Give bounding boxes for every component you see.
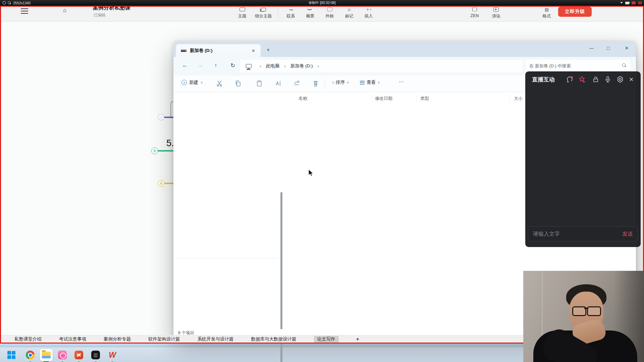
column-size[interactable]: 大小 bbox=[514, 96, 523, 102]
sheet-tab-item[interactable]: 考试注意事项 bbox=[59, 336, 86, 342]
collapsed-count-badge-yellow[interactable]: 6 bbox=[158, 180, 165, 187]
tool-label: 演说 bbox=[492, 13, 500, 19]
sheet-tab-item[interactable]: 私塾课堂介绍 bbox=[14, 336, 42, 342]
format-icon: ▤ bbox=[545, 6, 549, 12]
cut-icon[interactable] bbox=[216, 80, 223, 87]
copy-icon[interactable] bbox=[234, 80, 242, 87]
chat-close-icon[interactable]: ✕ bbox=[629, 76, 634, 83]
recording-status: 录制中 [00:32:08] bbox=[0, 1, 644, 5]
column-date[interactable]: 修改日期 bbox=[375, 96, 392, 102]
taskbar-wps[interactable]: W bbox=[106, 349, 119, 361]
taskbar-red-app[interactable] bbox=[72, 349, 85, 361]
delete-icon[interactable] bbox=[312, 80, 319, 87]
microphone-icon[interactable] bbox=[604, 76, 611, 83]
explorer-tab[interactable]: 新加卷 (D:) ✕ bbox=[176, 44, 261, 57]
lock-icon[interactable] bbox=[592, 76, 599, 83]
sort-button[interactable]: ↑↓ 排序 ∨ bbox=[332, 79, 349, 85]
view-button[interactable]: 查看 ∨ bbox=[360, 79, 380, 85]
breadcrumb[interactable]: › 此电脑 › 新加卷 (D:) › bbox=[240, 60, 523, 72]
new-button[interactable]: ＋ 新建 ∨ bbox=[181, 79, 203, 85]
breadcrumb-this-pc[interactable]: 此电脑 bbox=[266, 63, 280, 69]
drive-icon bbox=[181, 50, 186, 52]
tool-summary[interactable]: }概要 bbox=[304, 6, 317, 19]
sheet-tab-item[interactable]: 案例分析专题 bbox=[104, 336, 131, 342]
forward-icon[interactable]: → bbox=[198, 62, 203, 69]
tool-zen[interactable]: ZEN bbox=[468, 6, 481, 19]
dropdown-icon[interactable] bbox=[620, 2, 623, 4]
rename-icon[interactable] bbox=[274, 80, 282, 87]
tab-close-icon[interactable]: ✕ bbox=[252, 48, 255, 53]
chat-input-box[interactable]: 发送 bbox=[528, 226, 638, 242]
tool-subtopic[interactable]: 细分主题 bbox=[255, 6, 272, 19]
chat-text-input[interactable] bbox=[533, 231, 622, 237]
settings-gear-icon[interactable] bbox=[616, 76, 624, 83]
tool-marker[interactable]: ☺标记 bbox=[342, 6, 356, 19]
chrome-icon bbox=[26, 351, 35, 359]
sheet-tab-active[interactable]: 论文写作 bbox=[314, 336, 339, 343]
sidebar-divider bbox=[177, 258, 278, 258]
chat-header: 直播互动 on ✕ bbox=[525, 75, 641, 85]
branch-line-green bbox=[157, 150, 174, 152]
screen: ⌂ 案例分析私塾课 已编辑 主题细分主题↝联系}概要外框☺标记＋∨插入 ZEN▶… bbox=[0, 0, 644, 362]
back-icon[interactable]: ← bbox=[182, 62, 188, 69]
tool-label: 主题 bbox=[238, 13, 247, 19]
topic-icon bbox=[239, 6, 245, 12]
new-tab-button[interactable]: + bbox=[267, 47, 270, 53]
tool-label: 联系 bbox=[287, 13, 295, 19]
close-button[interactable]: ✕ bbox=[625, 46, 629, 51]
add-sheet-button[interactable]: + bbox=[356, 336, 359, 342]
collapsed-count-badge-green[interactable]: 8 bbox=[151, 147, 158, 154]
maximize-button[interactable]: □ bbox=[607, 46, 609, 51]
stop-control-icon[interactable] bbox=[638, 1, 642, 4]
view-lines-icon bbox=[360, 81, 365, 84]
breadcrumb-drive-d[interactable]: 新加卷 (D:) bbox=[290, 63, 313, 69]
hamburger-menu-icon[interactable] bbox=[21, 8, 28, 14]
collapsed-node-badge[interactable]: ··· bbox=[158, 114, 164, 120]
up-icon[interactable]: ↑ bbox=[214, 62, 217, 69]
effects-on-icon[interactable]: on bbox=[579, 76, 586, 83]
plus-icon: ＋ bbox=[181, 80, 187, 85]
format-button[interactable]: ▤ 格式 bbox=[540, 6, 553, 19]
taskbar-chrome[interactable] bbox=[24, 349, 37, 361]
explorer-sidebar bbox=[173, 92, 283, 329]
taskbar-file-explorer[interactable] bbox=[40, 349, 53, 361]
paste-icon[interactable] bbox=[256, 80, 263, 87]
tool-present[interactable]: ▶演说 bbox=[489, 6, 503, 19]
mindmap-tools: 主题细分主题↝联系}概要外框☺标记＋∨插入 bbox=[235, 6, 375, 19]
sheet-tab-item[interactable]: 系统开发与设计篇 bbox=[198, 336, 234, 342]
windows-start-button[interactable] bbox=[5, 349, 18, 361]
tool-topic[interactable]: 主题 bbox=[235, 6, 249, 19]
see-more-button[interactable]: ⋯ bbox=[399, 79, 404, 85]
tool-boundary[interactable]: 外框 bbox=[323, 6, 336, 19]
tool-insert[interactable]: ＋∨插入 bbox=[362, 6, 375, 19]
camera-icon[interactable] bbox=[625, 2, 629, 4]
refresh-icon[interactable]: ↻ bbox=[230, 62, 235, 69]
sheet-tab-item[interactable]: 数据库与大数据设计篇 bbox=[251, 336, 297, 342]
tool-label: 概要 bbox=[306, 13, 315, 19]
chevron-down-icon: ∨ bbox=[378, 81, 380, 84]
send-button[interactable]: 发送 bbox=[622, 231, 633, 238]
pink-app-icon bbox=[58, 351, 67, 359]
column-name[interactable]: 名称 bbox=[299, 96, 307, 102]
taskbar-pink-app[interactable] bbox=[56, 349, 69, 361]
upgrade-button[interactable]: 立即升级 bbox=[558, 7, 592, 17]
taskbar-black-app[interactable]: ◫ bbox=[89, 349, 102, 361]
record-control-icon[interactable] bbox=[632, 1, 636, 4]
sheet-tab-item[interactable]: 软件架构设计篇 bbox=[148, 336, 180, 342]
search-icon bbox=[622, 63, 626, 67]
chevron-down-icon: ∨ bbox=[201, 81, 203, 84]
chevron-right-icon: › bbox=[260, 63, 261, 69]
minimize-button[interactable]: — bbox=[589, 46, 594, 51]
chat-refresh-badge-icon[interactable] bbox=[566, 76, 574, 83]
home-icon[interactable]: ⌂ bbox=[63, 7, 66, 14]
marker-icon: ☺ bbox=[347, 6, 351, 12]
file-explorer-icon bbox=[42, 352, 51, 358]
webcam-feed bbox=[523, 271, 644, 362]
subtopic-icon bbox=[261, 6, 266, 12]
search-box[interactable]: 在 新加卷 (D:) 中搜索 bbox=[525, 60, 630, 72]
insert-icon: ＋∨ bbox=[366, 6, 372, 12]
present-icon: ▶ bbox=[493, 6, 499, 12]
share-icon[interactable] bbox=[293, 80, 301, 87]
column-type[interactable]: 类型 bbox=[420, 96, 429, 102]
tool-relation[interactable]: ↝联系 bbox=[284, 6, 298, 19]
